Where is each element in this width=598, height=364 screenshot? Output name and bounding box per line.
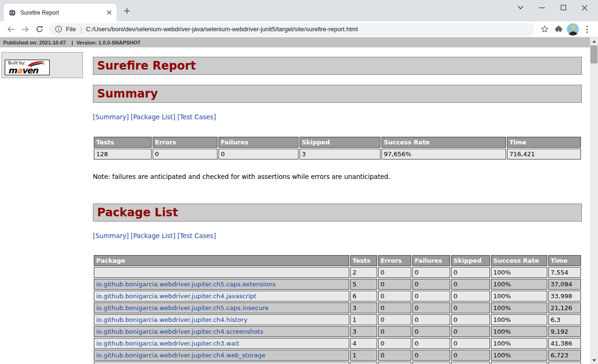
url-text: C:/Users/boni/dev/selenium-webdriver-jav…: [86, 26, 358, 33]
package-time-cell: 41,386: [548, 338, 581, 349]
report-nav: [Summary][Package List][Test Cases]: [93, 232, 582, 240]
nav-link-package-list[interactable]: [Package List]: [131, 232, 175, 240]
package-failures-cell: 0: [412, 267, 450, 278]
browser-menu-icon[interactable]: [580, 22, 594, 36]
new-tab-button[interactable]: [122, 6, 132, 16]
browser-toolbar: File | C:/Users/boni/dev/selenium-webdri…: [0, 21, 598, 37]
browser-window: Surefire Report: [0, 0, 598, 364]
package-tests-cell: 3: [350, 302, 377, 313]
package-name-cell: io.github.bonigarcia.webdriver.jupiter.c…: [94, 350, 349, 361]
package-skipped-cell: 0: [451, 326, 490, 337]
package-list-heading: Package List: [93, 204, 582, 222]
package-name-cell: [94, 267, 349, 278]
package-column-header: Errors: [378, 255, 411, 266]
package-link[interactable]: io.github.bonigarcia.webdriver.jupiter.c…: [96, 340, 239, 347]
package-success-rate-cell: 100%: [491, 338, 547, 349]
package-link[interactable]: io.github.bonigarcia.webdriver.jupiter.c…: [96, 328, 263, 335]
vertical-scrollbar[interactable]: [590, 37, 598, 364]
package-header-row: PackageTestsErrorsFailuresSkippedSuccess…: [94, 255, 581, 266]
package-skipped-cell: 0: [451, 338, 490, 349]
nav-link-summary[interactable]: [Summary]: [93, 113, 129, 121]
extensions-puzzle-icon[interactable]: [552, 22, 566, 36]
package-time-cell: 6,723: [548, 350, 581, 361]
package-skipped-cell: 0: [451, 302, 490, 313]
window-maximize-button[interactable]: [553, 1, 574, 14]
nav-link-package-list[interactable]: [Package List]: [131, 113, 175, 121]
summary-value-cell: 0: [153, 149, 217, 160]
package-skipped-cell: 0: [451, 291, 490, 302]
package-success-rate-cell: 100%: [491, 291, 547, 302]
package-table-row: io.github.bonigarcia.webdriver.jupiter.c…: [94, 338, 581, 349]
package-success-rate-cell: 100%: [491, 267, 547, 278]
page-info-icon[interactable]: [55, 26, 62, 33]
package-time-cell: 7,554: [548, 267, 581, 278]
package-column-header: Success Rate: [491, 255, 547, 266]
package-failures-cell: 0: [412, 314, 450, 325]
package-link[interactable]: io.github.bonigarcia.webdriver.jupiter.c…: [96, 352, 265, 359]
forward-button[interactable]: [18, 22, 32, 36]
package-link[interactable]: io.github.bonigarcia.webdriver.jupiter.c…: [96, 293, 256, 300]
package-column-header: Tests: [350, 255, 377, 266]
summary-column-header: Tests: [94, 137, 152, 148]
nav-link-test-cases[interactable]: [Test Cases]: [177, 113, 216, 121]
package-link[interactable]: io.github.bonigarcia.webdriver.jupiter.c…: [96, 316, 247, 323]
package-tests-cell: 1: [350, 350, 377, 361]
published-date: Published on: 2021-10-07: [3, 40, 66, 45]
summary-column-header: Failures: [218, 137, 299, 148]
profile-avatar[interactable]: [566, 22, 580, 36]
summary-note: Note: failures are anticipated and check…: [93, 173, 582, 180]
package-link[interactable]: io.github.bonigarcia.webdriver.jupiter.c…: [96, 281, 276, 288]
window-close-button[interactable]: [574, 1, 595, 14]
address-bar[interactable]: File | C:/Users/boni/dev/selenium-webdri…: [49, 23, 535, 36]
report-page: Built by: maven: [0, 47, 590, 364]
nav-link-test-cases[interactable]: [Test Cases]: [177, 232, 216, 240]
package-errors-cell: 0: [378, 267, 411, 278]
banner-divider: |: [72, 40, 73, 45]
package-tests-cell: 3: [350, 326, 377, 337]
reload-button[interactable]: [32, 22, 46, 36]
tab-close-icon[interactable]: [107, 10, 112, 15]
package-success-rate-cell: 100%: [491, 302, 547, 313]
back-button[interactable]: [4, 22, 18, 36]
package-tests-cell: 6: [350, 291, 377, 302]
package-name-cell: io.github.bonigarcia.webdriver.jupiter.c…: [94, 279, 349, 290]
package-failures-cell: 0: [412, 338, 450, 349]
package-table-row: io.github.bonigarcia.webdriver.jupiter.c…: [94, 291, 581, 302]
package-time-cell: 9,192: [548, 326, 581, 337]
summary-heading: Summary: [93, 85, 582, 103]
version-label: Version: 1.0.0-SNAPSHOT: [76, 40, 141, 45]
tab-title: Surefire Report: [20, 9, 107, 16]
package-failures-cell: 0: [412, 291, 450, 302]
package-errors-cell: 0: [378, 291, 411, 302]
scrollbar-down-arrow[interactable]: [590, 356, 598, 364]
package-success-rate-cell: 100%: [491, 362, 547, 364]
url-separator: |: [80, 26, 82, 33]
bookmark-star-icon[interactable]: [537, 22, 552, 36]
package-tests-cell: 2: [350, 267, 377, 278]
sidebar-banner-box: Built by: maven: [1, 52, 83, 78]
package-skipped-cell: 0: [451, 279, 490, 290]
scrollbar-thumb[interactable]: [590, 45, 598, 63]
package-name-cell: io.github.bonigarcia.webdriver.jupiter.c…: [94, 338, 349, 349]
package-skipped-cell: 0: [451, 267, 490, 278]
package-column-header: Time: [548, 255, 581, 266]
summary-table: TestsErrorsFailuresSkippedSuccess RateTi…: [93, 136, 582, 160]
package-failures-cell: 0: [412, 350, 450, 361]
summary-value-cell: 128: [94, 149, 152, 160]
scrollbar-up-arrow[interactable]: [590, 37, 598, 45]
package-time-cell: 12,869: [548, 362, 581, 364]
package-skipped-cell: 0: [451, 350, 490, 361]
browser-tab[interactable]: Surefire Report: [4, 4, 117, 21]
package-tests-cell: 1: [350, 314, 377, 325]
package-link[interactable]: io.github.bonigarcia.webdriver.jupiter.c…: [96, 304, 269, 311]
window-controls: [510, 1, 595, 14]
page-title: Surefire Report: [93, 57, 582, 75]
nav-link-summary[interactable]: [Summary]: [93, 232, 129, 240]
package-column-header: Failures: [412, 255, 450, 266]
publish-banner: Published on: 2021-10-07 | Version: 1.0.…: [0, 37, 590, 47]
toolbar-right-icons: [537, 22, 594, 36]
maven-logo[interactable]: Built by: maven: [5, 60, 50, 75]
window-minimize-button[interactable]: [531, 1, 553, 14]
package-name-cell: io.github.bonigarcia.webdriver.jupiter.c…: [94, 302, 349, 313]
tab-search-chevron-icon[interactable]: [510, 1, 531, 14]
